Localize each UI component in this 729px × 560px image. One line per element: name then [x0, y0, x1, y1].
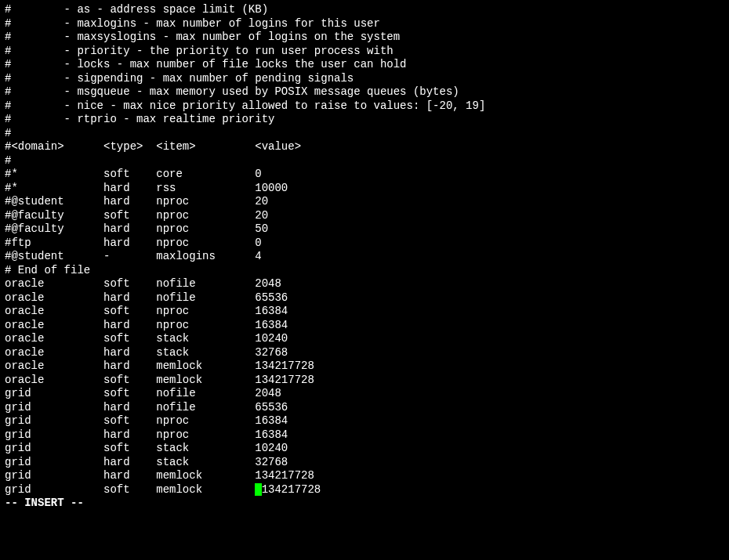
- limits-row: oracle hard nproc 16384: [5, 319, 724, 333]
- vim-mode-line: -- INSERT --: [5, 497, 724, 511]
- limits-row: oracle hard stack 32768: [5, 346, 724, 360]
- example-row: #@student hard nproc 20: [5, 195, 724, 209]
- limits-row: oracle hard nofile 65536: [5, 291, 724, 305]
- comment-line: # - rtprio - max realtime priority: [5, 113, 724, 127]
- comment-line: #<domain> <type> <item> <value>: [5, 140, 724, 154]
- limits-row: grid soft nproc 16384: [5, 414, 724, 428]
- comment-line: # - locks - max number of file locks the…: [5, 58, 724, 72]
- example-row: #* hard rss 10000: [5, 182, 724, 196]
- limits-row: grid hard memlock 134217728: [5, 469, 724, 483]
- example-row: #@faculty hard nproc 50: [5, 222, 724, 237]
- comment-line: # - nice - max nice priority allowed to …: [5, 99, 724, 114]
- comment-line: #: [5, 154, 724, 168]
- terminal-viewport[interactable]: # - as - address space limit (KB)# - max…: [0, 0, 729, 514]
- comment-line: # - msgqueue - max memory used by POSIX …: [5, 85, 724, 99]
- limits-row: grid hard nproc 16384: [5, 428, 724, 443]
- example-row: #@faculty soft nproc 20: [5, 209, 724, 223]
- example-row: #@student - maxlogins 4: [5, 250, 724, 264]
- comment-line: # - as - address space limit (KB): [5, 3, 724, 17]
- limits-row: grid soft stack 10240: [5, 442, 724, 456]
- limits-row: oracle soft memlock 134217728: [5, 374, 724, 388]
- limits-row: oracle soft nofile 2048: [5, 277, 724, 291]
- limits-row: grid hard nofile 65536: [5, 401, 724, 415]
- limits-row: grid hard stack 32768: [5, 456, 724, 470]
- comment-line: #: [5, 127, 724, 141]
- example-row: #ftp hard nproc 0: [5, 237, 724, 251]
- end-of-file-comment: # End of file: [5, 264, 724, 278]
- comment-line: # - maxlogins - max number of logins for…: [5, 17, 724, 31]
- limits-row: grid soft memlock 134217728: [5, 483, 724, 497]
- example-row: #* soft core 0: [5, 168, 724, 182]
- comment-line: # - priority - the priority to run user …: [5, 45, 724, 59]
- limits-row: grid soft nofile 2048: [5, 387, 724, 401]
- limits-row: oracle soft stack 10240: [5, 332, 724, 346]
- limits-row: oracle soft nproc 16384: [5, 305, 724, 319]
- comment-line: # - sigpending - max number of pending s…: [5, 72, 724, 86]
- limits-row: oracle hard memlock 134217728: [5, 359, 724, 374]
- cursor: [255, 483, 261, 495]
- comment-line: # - maxsyslogins - max number of logins …: [5, 31, 724, 45]
